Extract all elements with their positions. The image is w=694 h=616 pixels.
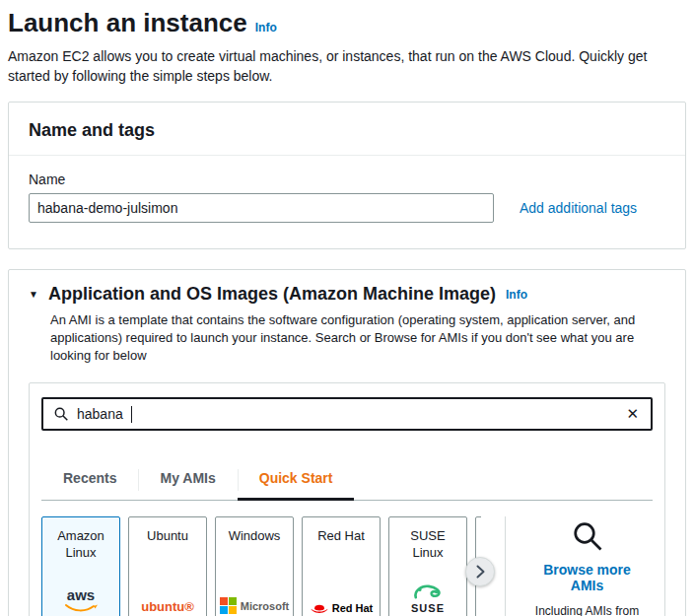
name-and-tags-body: Name Add additional tags	[9, 156, 685, 248]
browse-more-amis-section: Browse more AMIs Including AMIs from AWS…	[505, 516, 653, 616]
os-card-label: Amazon Linux	[46, 527, 115, 561]
search-value: habana	[77, 406, 123, 422]
ami-header: ▼ Application and OS Images (Amazon Mach…	[29, 284, 665, 305]
os-cards-area: Amazon Linux aws Ubuntu ubu	[41, 516, 653, 616]
ami-section-title: Application and OS Images (Amazon Machin…	[48, 284, 496, 305]
browse-more-amis-subtitle: Including AMIs from AWS, Marketplace and…	[527, 603, 647, 616]
os-card-ubuntu[interactable]: Ubuntu ubuntu®	[128, 516, 207, 616]
ami-tabs: Recents My AMIs Quick Start	[41, 460, 653, 501]
page-info-link[interactable]: Info	[255, 21, 277, 34]
page-header: Launch an instance Info	[8, 8, 686, 38]
add-additional-tags-link[interactable]: Add additional tags	[520, 200, 637, 216]
name-and-tags-card: Name and tags Name Add additional tags	[8, 102, 686, 249]
os-card-label: Ubuntu	[147, 527, 188, 544]
os-card-red-hat[interactable]: Red Hat Red Hat	[302, 516, 381, 616]
ubuntu-logo-icon: ubuntu®	[141, 599, 194, 614]
os-card-label: SUSE Linux	[393, 527, 462, 561]
os-card-windows[interactable]: Windows Microsoft	[215, 516, 294, 616]
ami-card: ▼ Application and OS Images (Amazon Mach…	[8, 269, 686, 616]
carousel-next-button[interactable]	[465, 557, 495, 586]
os-carousel: Amazon Linux aws Ubuntu ubu	[41, 516, 481, 616]
name-label: Name	[29, 171, 665, 187]
browse-more-amis-link[interactable]: Browse more AMIs	[527, 562, 647, 593]
launch-instance-page: Launch an instance Info Amazon EC2 allow…	[0, 0, 694, 616]
ami-selector-panel: habana ✕ Recents My AMIs Quick Start Ama…	[29, 382, 665, 616]
name-row: Add additional tags	[29, 193, 665, 223]
text-caret	[131, 406, 132, 423]
os-card-suse-linux[interactable]: SUSE Linux SUSE	[388, 516, 467, 616]
tab-quick-start[interactable]: Quick Start	[238, 460, 355, 501]
collapse-triangle-icon[interactable]: ▼	[29, 289, 38, 300]
os-card-strip: Amazon Linux aws Ubuntu ubu	[41, 516, 481, 616]
name-and-tags-title: Name and tags	[29, 120, 665, 141]
suse-logo-icon: SUSE	[411, 582, 445, 614]
tab-my-amis[interactable]: My AMIs	[138, 460, 237, 501]
ami-search-input[interactable]: habana ✕	[41, 397, 653, 431]
os-card-label: Windows	[229, 527, 281, 544]
ami-info-link[interactable]: Info	[506, 288, 527, 302]
aws-logo-icon: aws	[63, 588, 99, 614]
browse-search-icon	[570, 518, 605, 554]
clear-search-icon[interactable]: ✕	[624, 405, 641, 423]
os-card-amazon-linux[interactable]: Amazon Linux aws	[41, 516, 120, 616]
ami-description: An AMI is a template that contains the s…	[50, 311, 665, 365]
name-and-tags-header: Name and tags	[9, 103, 685, 156]
search-icon	[53, 406, 69, 422]
os-card-label: Red Hat	[317, 527, 365, 544]
page-description: Amazon EC2 allows you to create virtual …	[8, 46, 682, 86]
microsoft-logo-icon: Microsoft	[220, 597, 290, 614]
redhat-logo-icon: Red Hat	[310, 601, 374, 614]
page-title: Launch an instance	[8, 8, 247, 38]
name-input[interactable]	[29, 193, 494, 223]
chevron-right-icon	[476, 565, 485, 579]
tab-recents[interactable]: Recents	[41, 460, 138, 501]
